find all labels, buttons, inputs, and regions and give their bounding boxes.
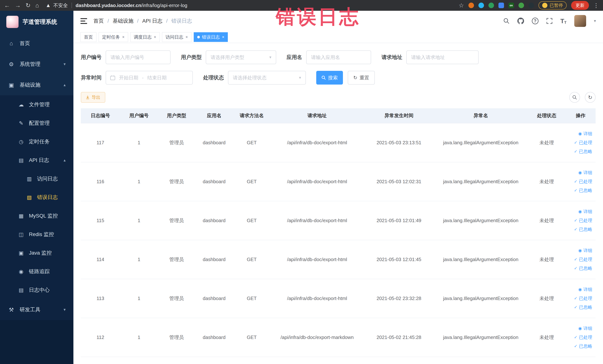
tab-home[interactable]: 首页 — [81, 32, 96, 42]
sidebar-item-log-center[interactable]: ▤ 日志中心 — [0, 281, 73, 299]
extension-icon-2[interactable] — [478, 3, 484, 8]
sidebar-item-java-monitor[interactable]: ▣ Java 监控 — [0, 244, 73, 262]
table-row: 113 1 管理员 dashboard GET /api/infra/db-do… — [81, 279, 596, 318]
select-placeholder: 请选择用户类型 — [210, 54, 244, 61]
fullscreen-icon[interactable] — [546, 18, 553, 24]
tab-dispatch-log[interactable]: 调度日志× — [130, 32, 160, 42]
mark-ignored-link[interactable]: ✓已忽略 — [574, 188, 592, 193]
search-button[interactable]: 搜索 — [316, 71, 343, 84]
sidebar-item-mysql-monitor[interactable]: ▦ MySQL 监控 — [0, 207, 73, 225]
url-bar[interactable]: ▲ 不安全 dashboard.yudao.iocoder.cn/infra/l… — [46, 2, 187, 9]
sidebar-item-infrastructure[interactable]: ▣ 基础设施 ▴ — [0, 75, 73, 95]
breadcrumb-item[interactable]: 基础设施 — [113, 17, 133, 24]
user-type-select[interactable]: 请选择用户类型 ▾ — [206, 50, 276, 64]
cell-log-id: 114 — [81, 240, 120, 279]
tab-scheduled-job[interactable]: 定时任务× — [99, 32, 128, 42]
reload-icon[interactable]: ↻ — [26, 2, 31, 8]
cell-user-id: 1 — [120, 240, 158, 279]
sidebar-item-home[interactable]: ⌂ 首页 — [0, 33, 73, 54]
help-icon[interactable]: ? — [532, 18, 538, 24]
mark-ignored-link[interactable]: ✓已忽略 — [574, 343, 592, 349]
close-icon[interactable]: × — [122, 35, 125, 39]
pencil-icon: ✎ — [18, 120, 24, 126]
cell-app-name: dashboard — [195, 240, 233, 279]
back-icon[interactable]: ← — [4, 2, 10, 8]
detail-link[interactable]: ◉详细 — [578, 247, 592, 254]
close-icon[interactable]: × — [154, 35, 156, 39]
extension-paw-icon[interactable] — [529, 3, 534, 8]
extension-grid-icon[interactable] — [499, 3, 504, 8]
mark-ignored-link[interactable]: ✓已忽略 — [574, 149, 592, 154]
table-row: 114 1 管理员 dashboard GET /api/infra/db-do… — [81, 240, 596, 279]
mark-ignored-link[interactable]: ✓已忽略 — [574, 226, 592, 232]
request-url-input[interactable] — [406, 50, 479, 64]
chrome-actions: ☆ on 已暂停 更新 ⋮ — [459, 1, 599, 10]
mark-ignored-link[interactable]: ✓已忽略 — [574, 304, 592, 310]
refresh-table-button[interactable]: ↻ — [585, 92, 596, 103]
detail-link[interactable]: ◉详细 — [578, 170, 592, 176]
font-size-icon[interactable]: TT — [560, 17, 567, 25]
avatar-caret-icon[interactable]: ▾ — [594, 19, 596, 23]
chrome-menu-icon[interactable]: ⋮ — [593, 2, 599, 9]
sidebar-item-api-log[interactable]: ▤ API 日志 ▴ — [0, 151, 73, 169]
cell-actions: ◉详细 ✓已处理 ✓已忽略 — [566, 279, 596, 318]
collapse-sidebar-icon[interactable] — [81, 18, 87, 24]
mark-processed-link[interactable]: ✓已处理 — [574, 178, 592, 185]
cell-request-url: /api/infra/db-doc/export-html — [270, 240, 364, 279]
breadcrumb-item[interactable]: 首页 — [93, 17, 104, 24]
sidebar-item-config-manage[interactable]: ✎ 配置管理 — [0, 114, 73, 132]
tab-access-log[interactable]: 访问日志× — [162, 32, 191, 42]
detail-link[interactable]: ◉详细 — [578, 286, 592, 293]
breadcrumb-item-current: 错误日志 — [171, 17, 192, 24]
extension-icon-1[interactable] — [468, 3, 474, 8]
date-range-picker[interactable]: 开始日期 - 结束日期 — [106, 71, 193, 84]
sidebar-item-error-log[interactable]: ▧ 错误日志 — [0, 188, 73, 207]
user-id-input[interactable] — [106, 50, 171, 64]
process-status-select[interactable]: 请选择处理状态 ▾ — [228, 71, 306, 84]
detail-link[interactable]: ◉详细 — [578, 325, 592, 331]
search-icon[interactable] — [503, 18, 510, 24]
detail-link[interactable]: ◉详细 — [578, 209, 592, 214]
detail-link[interactable]: ◉详细 — [578, 131, 592, 137]
mark-ignored-link[interactable]: ✓已忽略 — [574, 265, 592, 271]
tab-error-log[interactable]: 错误日志× — [194, 32, 228, 42]
app-name-input[interactable] — [306, 50, 371, 64]
grid-icon: ▦ — [18, 213, 24, 219]
user-avatar[interactable] — [574, 15, 586, 27]
cell-user-id: 1 — [120, 279, 158, 318]
error-log-table: 日志编号 用户编号 用户类型 应用名 请求方法名 请求地址 异常发生时间 异常名… — [81, 108, 596, 357]
chrome-update-button[interactable]: 更新 — [571, 1, 589, 10]
sidebar-item-redis-monitor[interactable]: ◫ Redis 监控 — [0, 225, 73, 244]
sidebar-item-system[interactable]: ⚙ 系统管理 ▾ — [0, 54, 73, 75]
mark-processed-link[interactable]: ✓已处理 — [574, 295, 592, 301]
profile-paused-badge[interactable]: 已暂停 — [538, 1, 567, 10]
document-icon: ▤ — [18, 157, 24, 163]
sidebar-item-access-log[interactable]: ▥ 访问日志 — [0, 169, 73, 188]
github-icon[interactable] — [517, 18, 524, 24]
mark-processed-link[interactable]: ✓已处理 — [574, 334, 592, 340]
url-text[interactable]: dashboard.yudao.iocoder.cn/infra/log/api… — [76, 3, 187, 8]
sidebar-item-dev-tools[interactable]: ⚒ 研发工具 ▾ — [0, 299, 73, 320]
sidebar-item-file-manage[interactable]: ☁ 文件管理 — [0, 95, 73, 114]
extension-leaf-icon[interactable] — [519, 3, 524, 8]
ignored-label: 已忽略 — [579, 226, 592, 232]
export-button[interactable]: 导出 — [81, 92, 105, 103]
close-icon[interactable]: × — [186, 35, 188, 39]
toggle-search-button[interactable] — [569, 92, 580, 103]
close-icon[interactable]: × — [222, 35, 224, 39]
breadcrumb-item[interactable]: API 日志 — [142, 17, 162, 24]
extension-on-icon[interactable]: on — [509, 3, 514, 8]
sidebar-item-trace[interactable]: ◉ 链路追踪 — [0, 262, 73, 281]
mark-processed-link[interactable]: ✓已处理 — [574, 257, 592, 262]
sidebar-item-scheduled-job[interactable]: ◷ 定时任务 — [0, 132, 73, 151]
bookmark-star-icon[interactable]: ☆ — [459, 2, 464, 8]
reset-button[interactable]: ↻ 重置 — [348, 71, 375, 84]
forward-icon[interactable]: → — [15, 2, 21, 8]
mark-processed-link[interactable]: ✓已处理 — [574, 218, 592, 223]
home-icon[interactable]: ⌂ — [35, 2, 39, 8]
sidebar-item-label: 文件管理 — [29, 101, 50, 108]
extension-vue-icon[interactable] — [488, 3, 494, 8]
cell-status: 未处理 — [528, 123, 566, 162]
sidebar-logo[interactable]: 芋道管理系统 — [0, 11, 73, 33]
mark-processed-link[interactable]: ✓已处理 — [574, 140, 592, 146]
